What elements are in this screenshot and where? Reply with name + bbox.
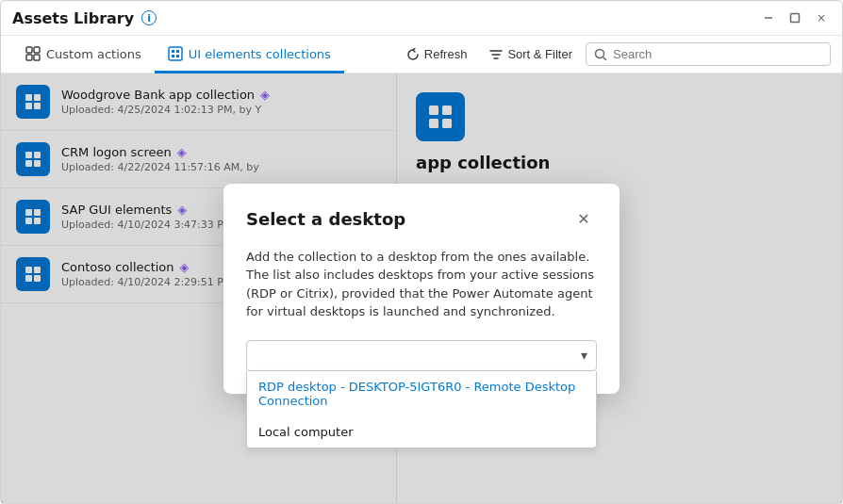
modal-overlay: Select a desktop ✕ Add the collection to… [1,73,842,503]
dialog-header: Select a desktop ✕ [246,206,597,233]
svg-rect-3 [26,55,32,60]
restore-button[interactable] [785,8,804,27]
title-bar: Assets Library i × [1,1,842,36]
close-button[interactable]: × [812,8,831,27]
dropdown-item-rdp[interactable]: RDP desktop - DESKTOP-5IGT6R0 - Remote D… [247,371,596,416]
sort-filter-button[interactable]: Sort & Filter [480,41,582,67]
toolbar: Custom actions UI elements collections [1,36,842,73]
ui-elements-icon [168,46,183,61]
dropdown-item-local[interactable]: Local computer [247,416,596,447]
svg-rect-6 [172,50,174,53]
assets-library-window: Assets Library i × Custom action [0,0,843,504]
info-icon[interactable]: i [141,10,157,25]
svg-rect-4 [34,55,40,60]
svg-rect-8 [172,55,174,57]
svg-rect-2 [34,47,40,53]
filter-icon [489,48,503,61]
custom-actions-icon [25,46,41,61]
refresh-icon [406,48,420,61]
search-icon [594,48,607,61]
svg-rect-5 [169,47,182,60]
sort-filter-label: Sort & Filter [507,47,572,61]
desktop-dropdown[interactable] [246,340,597,371]
tab-custom-actions-label: Custom actions [46,47,141,61]
search-box[interactable] [586,42,831,66]
desktop-dropdown-container: ▾ RDP desktop - DESKTOP-5IGT6R0 - Remote… [246,340,597,371]
toolbar-actions: Refresh Sort & Filter [397,41,831,67]
dialog-close-button[interactable]: ✕ [570,206,597,233]
svg-rect-7 [176,50,179,53]
refresh-button[interactable]: Refresh [397,41,477,67]
refresh-label: Refresh [424,47,468,61]
minimize-button[interactable] [759,8,778,27]
main-content: Woodgrove Bank app collection ◈ Uploaded… [1,73,842,503]
svg-rect-1 [26,47,32,53]
tab-ui-elements-label: UI elements collections [189,47,331,61]
search-input[interactable] [613,47,822,61]
dialog-body: Add the collection to a desktop from the… [246,248,597,321]
svg-point-10 [596,49,604,57]
dropdown-list: RDP desktop - DESKTOP-5IGT6R0 - Remote D… [246,371,597,448]
window-controls: × [759,8,831,27]
tab-ui-elements[interactable]: UI elements collections [155,37,344,73]
svg-rect-9 [176,55,179,57]
dialog-title: Select a desktop [246,209,405,229]
svg-rect-0 [791,14,800,23]
tab-custom-actions[interactable]: Custom actions [12,37,155,73]
window-title: Assets Library [12,9,134,27]
select-desktop-dialog: Select a desktop ✕ Add the collection to… [223,184,620,394]
